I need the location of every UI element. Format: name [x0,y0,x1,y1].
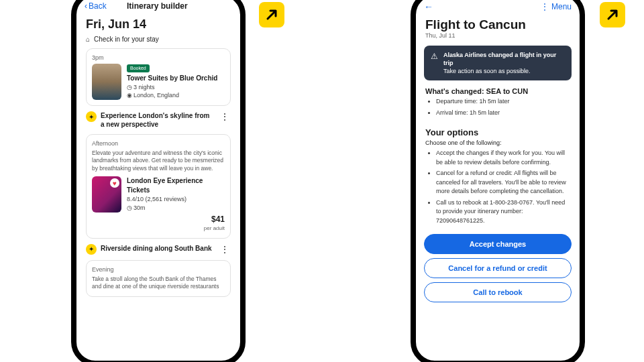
nights-label: 3 nights [133,84,155,90]
activity-card[interactable]: Afternoon Elevate your adventure and wit… [86,134,231,239]
changed-heading: What's changed: SEA to CUN [425,87,570,95]
activity-desc: Elevate your adventure and witness the c… [92,149,225,176]
kebab-icon: ⋮ [541,2,549,11]
option-item: Call us to rebook at 1-800-238-0767. You… [436,198,570,226]
options-heading: Your options [425,127,570,137]
chevron-left-icon: ‹ [85,1,87,11]
more-button[interactable]: ⋮ [219,111,231,122]
price-label: $41 [127,214,225,225]
sparkle-icon: ✦ [86,111,97,122]
header-bar: ‹ Back Itinerary builder [76,0,240,16]
activity-desc: Take a stroll along the South Bank of th… [92,276,225,291]
date-heading: Fri, Jun 14 [76,16,240,33]
options-sub: Choose one of the following: [425,139,570,146]
hotel-card[interactable]: 3pm Booked Tower Suites by Blue Orchid ◷… [86,48,231,106]
booked-badge: Booked [127,64,150,72]
alert-body: Take action as soon as possible. [443,67,565,75]
clock-icon: ◷ [127,83,133,92]
clock-icon: ◷ [127,204,133,213]
hotel-thumbnail [92,64,121,100]
phone-itinerary: ‹ Back Itinerary builder Fri, Jun 14 ⌂ C… [71,0,246,362]
suggestion-title: Experience London's skyline from a new p… [101,111,215,129]
pin-icon: ◉ [127,91,133,100]
back-button[interactable]: ‹ Back [85,1,107,11]
hotel-name: Tower Suites by Blue Orchid [127,74,225,83]
suggestion-title: Riverside dining along South Bank [101,244,215,253]
price-unit: per adult [127,225,225,232]
activity-card[interactable]: Evening Take a stroll along the South Ba… [86,260,231,297]
page-title: Flight to Cancun [416,17,580,32]
more-button[interactable]: ⋮ [219,244,231,255]
checkin-row: ⌂ Check in for your stay [76,33,240,46]
cancel-button[interactable]: Cancel for a refund or credit [424,258,572,278]
rating-label: 8.4/10 (2,561 reviews) [127,195,225,204]
alert-heading: Alaska Airlines changed a flight in your… [443,51,565,67]
location-label: London, England [133,92,179,99]
call-button[interactable]: Call to rebook [424,282,572,302]
warning-icon: ⚠ [431,51,438,75]
brand-logo [259,2,284,27]
duration-label: 30m [133,204,146,211]
activity-thumbnail [92,176,121,213]
checkin-label: Check in for your stay [94,36,159,43]
change-item: Arrival time: 1h 5m later [436,109,570,118]
time-label: Evening [92,266,225,273]
back-button[interactable]: ← [424,1,433,12]
phone-flight-change: ← ⋮ Menu Flight to Cancun Thu, Jul 11 ⚠ … [411,0,585,362]
menu-label: Menu [551,2,572,11]
back-label: Back [89,1,107,11]
brand-logo [600,2,625,27]
date-label: Thu, Jul 11 [416,32,580,43]
sparkle-icon: ✦ [86,244,97,255]
page-title: Itinerary builder [111,1,204,11]
activity-name: London Eye Experience Tickets [127,176,225,195]
menu-button[interactable]: ⋮ Menu [541,2,572,11]
time-label: 3pm [92,54,225,61]
option-item: Accept the changes if they work for you.… [436,149,570,167]
accept-button[interactable]: Accept changes [424,234,572,254]
option-item: Cancel for a refund or credit: All fligh… [436,169,570,196]
alert-banner: ⚠ Alaska Airlines changed a flight in yo… [424,46,572,80]
house-icon: ⌂ [86,36,90,43]
change-item: Departure time: 1h 5m later [436,97,570,107]
header-bar: ← ⋮ Menu [416,0,580,17]
time-label: Afternoon [92,140,225,147]
